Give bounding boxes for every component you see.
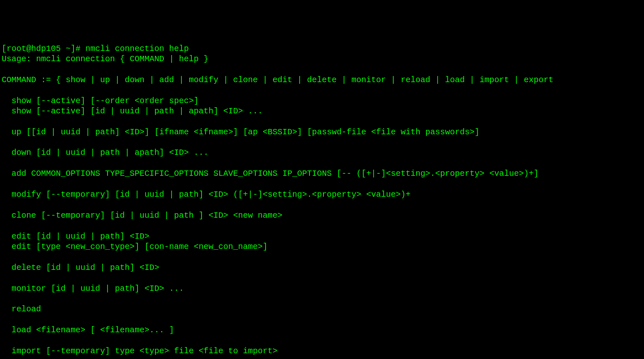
down-syntax: down [id | uuid | path | apath] <ID> ... [2, 148, 209, 157]
clone-syntax: clone [--temporary] [id | uuid | path ] … [2, 211, 282, 220]
import-syntax: import [--temporary] type <type> file <f… [2, 346, 277, 356]
command-definition: COMMAND := { show | up | down | add | mo… [2, 75, 553, 85]
show-syntax-1: show [--active] [--order <order spec>] [2, 96, 199, 106]
up-syntax: up [[id | uuid | path] <ID>] [ifname <if… [2, 127, 479, 137]
add-syntax: add COMMON_OPTIONS TYPE_SPECIFIC_OPTIONS… [2, 169, 539, 178]
usage-line: Usage: nmcli connection { COMMAND | help… [2, 54, 209, 64]
modify-syntax: modify [--temporary] [id | uuid | path] … [2, 190, 410, 199]
terminal-output: [root@hdp105 ~]# nmcli connection help U… [2, 44, 642, 359]
load-syntax: load <filename> [ <filename>... ] [2, 325, 174, 335]
show-syntax-2: show [--active] [id | uuid | path | apat… [2, 106, 263, 116]
delete-syntax: delete [id | uuid | path] <ID> [2, 263, 159, 272]
edit-syntax-2: edit [type <new_con_type>] [con-name <ne… [2, 242, 268, 251]
reload-syntax: reload [2, 304, 41, 314]
edit-syntax-1: edit [id | uuid | path] <ID> [2, 232, 149, 241]
prompt-command-line: [root@hdp105 ~]# nmcli connection help [2, 44, 189, 53]
monitor-syntax: monitor [id | uuid | path] <ID> ... [2, 284, 184, 293]
